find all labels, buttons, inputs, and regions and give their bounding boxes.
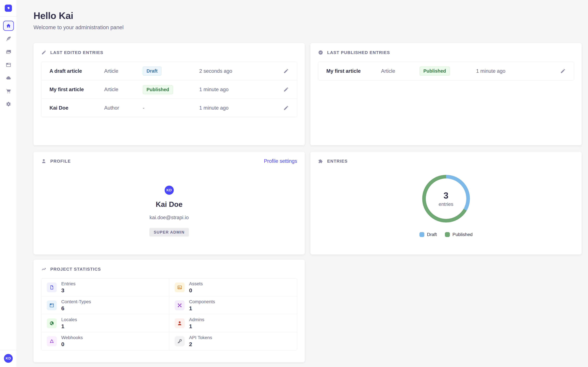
- card-header: LAST EDITED ENTRIES: [41, 49, 297, 56]
- entry-time: 1 minute ago: [199, 87, 268, 92]
- avatar: KD: [165, 186, 174, 195]
- layout-icon: [6, 62, 11, 68]
- stat-value: 1: [61, 323, 77, 329]
- pencil-icon: [283, 87, 289, 92]
- picture-icon: [175, 283, 185, 292]
- stat-value: 3: [61, 287, 76, 294]
- table-row: Kai Doe Author - 1 minute ago: [41, 99, 297, 117]
- last-edited-entries-card: LAST EDITED ENTRIES A draft article Arti…: [34, 43, 305, 145]
- entries-donut-chart: 3 entries Draft Published: [318, 165, 574, 237]
- card-title: LAST PUBLISHED ENTRIES: [327, 50, 390, 55]
- entry-name: My first article: [326, 68, 381, 74]
- project-statistics-card: PROJECT STATISTICS Entries 3 Assets 0: [34, 260, 305, 362]
- profile-settings-link[interactable]: Profile settings: [264, 158, 297, 164]
- profile-card: PROFILE Profile settings KD Kai Doe kai.…: [34, 152, 305, 254]
- sidebar-bottom: KD: [0, 350, 17, 367]
- entry-type: Author: [104, 105, 143, 111]
- card-header: PROJECT STATISTICS: [41, 266, 297, 273]
- profile-body: KD Kai Doe kai.doe@strapi.io SUPER ADMIN: [41, 165, 297, 236]
- sidebar-item-content-type-builder[interactable]: [0, 58, 17, 71]
- stat-label: Components: [189, 299, 215, 304]
- strapi-logo[interactable]: [5, 5, 12, 12]
- sidebar-item-home[interactable]: [0, 19, 17, 32]
- sidebar-item-media-library[interactable]: [0, 45, 17, 58]
- edit-entry-button[interactable]: [283, 87, 289, 92]
- stat-value: 1: [189, 323, 204, 329]
- images-icon: [6, 49, 11, 55]
- table-row: My first article Article Published 1 min…: [318, 62, 574, 80]
- person-icon: [175, 318, 185, 328]
- entry-time: 2 seconds ago: [199, 68, 268, 74]
- sidebar: KD: [0, 0, 17, 367]
- pencil-icon: [560, 68, 566, 74]
- legend-label: Draft: [427, 232, 437, 237]
- stat-label: Entries: [61, 281, 76, 286]
- entry-name: Kai Doe: [50, 105, 104, 111]
- stat-value: 0: [61, 341, 83, 347]
- trend-icon: [41, 267, 46, 272]
- legend-label: Published: [452, 232, 473, 237]
- pencil-icon: [41, 50, 46, 55]
- layout-icon: [47, 300, 57, 310]
- sidebar-item-content-manager[interactable]: [0, 32, 17, 45]
- entries-count: 3: [443, 190, 448, 200]
- sidebar-item-settings[interactable]: [0, 98, 17, 111]
- table-row: A draft article Article Draft 2 seconds …: [41, 62, 297, 80]
- donut-center-label: 3 entries: [422, 175, 470, 223]
- cart-icon: [6, 88, 11, 94]
- entry-status: -: [143, 105, 199, 111]
- status-badge: Published: [420, 67, 450, 75]
- stat-components: Components 1: [169, 296, 297, 314]
- key-icon: [175, 336, 185, 346]
- puzzle-icon: [318, 158, 323, 164]
- page-subtitle: Welcome to your administration panel: [34, 24, 124, 31]
- stat-label: Admins: [189, 317, 204, 322]
- status-badge: Draft: [143, 67, 161, 75]
- card-header: ENTRIES: [318, 158, 574, 165]
- entry-type: Article: [381, 68, 420, 74]
- stat-label: API Tokens: [189, 335, 212, 340]
- card-title: ENTRIES: [327, 159, 347, 164]
- entries-count-label: entries: [439, 201, 453, 207]
- stat-value: 1: [189, 305, 215, 312]
- entry-type: Article: [104, 87, 143, 92]
- sidebar-item-marketplace[interactable]: [0, 84, 17, 98]
- edit-entry-button[interactable]: [283, 105, 289, 111]
- stat-api-tokens: API Tokens 2: [169, 332, 297, 350]
- legend-item-published: Published: [445, 232, 473, 237]
- stats-grid: Entries 3 Assets 0 Content-Types 6: [41, 278, 297, 350]
- stat-value: 0: [189, 287, 203, 294]
- check-circle-icon: [318, 50, 323, 55]
- stat-value: 6: [61, 305, 91, 312]
- role-badge: SUPER ADMIN: [149, 228, 189, 236]
- sidebar-nav: [0, 17, 17, 111]
- entry-status: Published: [420, 67, 476, 75]
- strapi-logo-icon: [6, 6, 10, 10]
- gear-icon: [6, 101, 11, 107]
- card-title: LAST EDITED ENTRIES: [50, 50, 104, 55]
- stat-label: Webhooks: [61, 335, 83, 340]
- edit-entry-button[interactable]: [283, 68, 289, 74]
- stat-entries: Entries 3: [41, 278, 169, 296]
- home-icon: [3, 21, 14, 31]
- status-empty: -: [143, 105, 144, 111]
- page-title: Hello Kai: [34, 10, 124, 21]
- table-row: My first article Article Published 1 min…: [41, 80, 297, 99]
- card-header: PROFILE Profile settings: [41, 158, 297, 165]
- cloud-icon: [6, 75, 11, 81]
- card-header: LAST PUBLISHED ENTRIES: [318, 49, 574, 56]
- edit-entry-button[interactable]: [560, 68, 566, 74]
- stat-admins: Admins 1: [169, 314, 297, 332]
- draft-swatch: [419, 232, 424, 237]
- entry-time: 1 minute ago: [476, 68, 545, 74]
- sidebar-item-deploy[interactable]: [0, 71, 17, 84]
- card-title: PROJECT STATISTICS: [50, 267, 101, 272]
- stat-label: Content-Types: [61, 299, 91, 304]
- entry-name: A draft article: [50, 68, 104, 74]
- stat-value: 2: [189, 341, 212, 347]
- user-avatar[interactable]: KD: [4, 354, 13, 363]
- stat-webhooks: Webhooks 0: [41, 332, 169, 350]
- stat-locales: Locales 1: [41, 314, 169, 332]
- person-icon: [41, 158, 46, 164]
- feather-icon: [6, 36, 11, 42]
